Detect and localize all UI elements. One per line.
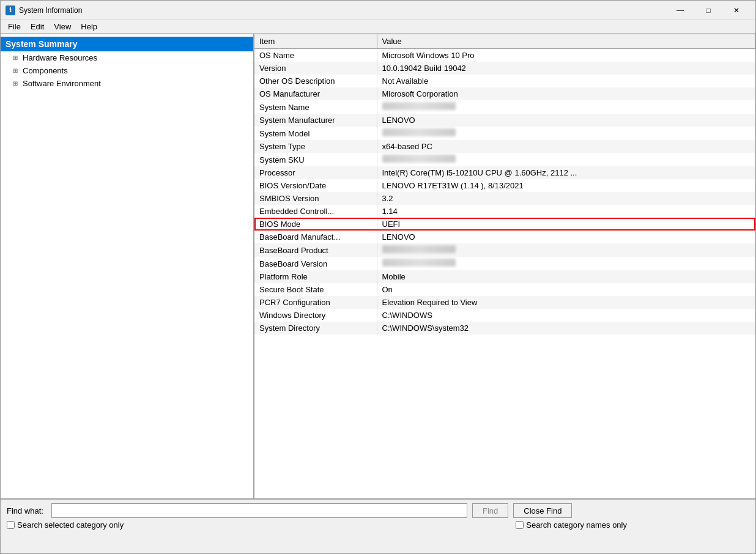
row-item-15: BaseBoard Product <box>254 243 377 257</box>
table-row-16: BaseBoard Version <box>254 257 755 270</box>
col-value: Value <box>377 34 755 49</box>
find-button[interactable]: Find <box>472 503 508 518</box>
row-item-18: Secure Boot State <box>254 283 377 296</box>
find-label: Find what: <box>7 506 46 515</box>
table-row-9: ProcessorIntel(R) Core(TM) i5-10210U CPU… <box>254 166 755 179</box>
row-value-7: x64-based PC <box>377 140 755 153</box>
table-row-5: System ManufacturerLENOVO <box>254 114 755 127</box>
table-row-21: System DirectoryC:\WINDOWS\system32 <box>254 322 755 334</box>
table-row-17: Platform RoleMobile <box>254 270 755 283</box>
row-value-12: 1.14 <box>377 205 755 218</box>
checkbox-category-names-label: Search category names only <box>526 520 627 530</box>
find-row-2: Search selected category only Search cat… <box>7 520 749 530</box>
row-item-13: BIOS Mode <box>254 218 377 231</box>
close-button[interactable]: ✕ <box>722 1 750 20</box>
row-value-16 <box>377 257 755 270</box>
row-value-10: LENOVO R17ET31W (1.14 ), 8/13/2021 <box>377 179 755 192</box>
close-find-button[interactable]: Close Find <box>513 503 572 518</box>
tree-item-0[interactable]: System Summary <box>1 37 253 51</box>
row-item-5: System Manufacturer <box>254 114 377 127</box>
table-row-11: SMBIOS Version3.2 <box>254 192 755 205</box>
table-row-1: Version10.0.19042 Build 19042 <box>254 62 755 75</box>
minimize-button[interactable]: — <box>666 1 694 20</box>
maximize-button[interactable]: □ <box>694 1 722 20</box>
checkbox-category-names[interactable]: Search category names only <box>516 520 627 530</box>
table-row-7: System Typex64-based PC <box>254 140 755 153</box>
row-item-21: System Directory <box>254 322 377 334</box>
table-row-4: System Name <box>254 100 755 114</box>
tree-item-label-1: Hardware Resources <box>23 53 97 62</box>
checkbox-selected-category-input[interactable] <box>7 521 15 529</box>
tree-item-2[interactable]: ⊞Components <box>1 64 253 77</box>
table-row-12: Embedded Controll...1.14 <box>254 205 755 218</box>
row-item-14: BaseBoard Manufact... <box>254 231 377 243</box>
row-item-17: Platform Role <box>254 270 377 283</box>
row-item-16: BaseBoard Version <box>254 257 377 270</box>
row-item-10: BIOS Version/Date <box>254 179 377 192</box>
title-bar: ℹ System Information — □ ✕ <box>1 1 755 20</box>
table-row-13: BIOS ModeUEFI <box>254 218 755 231</box>
title-bar-text: System Information <box>19 6 666 15</box>
table-row-2: Other OS DescriptionNot Available <box>254 75 755 87</box>
row-item-7: System Type <box>254 140 377 153</box>
find-bar: Find what: Find Close Find Search select… <box>1 498 755 535</box>
menu-bar: FileEditViewHelp <box>1 20 755 34</box>
table-row-6: System Model <box>254 127 755 140</box>
row-value-20: C:\WINDOWS <box>377 309 755 322</box>
row-item-2: Other OS Description <box>254 75 377 87</box>
table-row-19: PCR7 ConfigurationElevation Required to … <box>254 296 755 309</box>
row-value-13: UEFI <box>377 218 755 231</box>
row-item-8: System SKU <box>254 153 377 166</box>
row-value-18: On <box>377 283 755 296</box>
row-value-1: 10.0.19042 Build 19042 <box>377 62 755 75</box>
expand-icon-1: ⊞ <box>13 54 20 61</box>
row-value-2: Not Available <box>377 75 755 87</box>
row-item-4: System Name <box>254 100 377 114</box>
row-item-6: System Model <box>254 127 377 140</box>
tree-item-label-3: Software Environment <box>23 79 101 88</box>
row-item-3: OS Manufacturer <box>254 87 377 100</box>
checkbox-selected-category-label: Search selected category only <box>17 520 124 530</box>
row-item-11: SMBIOS Version <box>254 192 377 205</box>
col-item: Item <box>254 34 377 49</box>
table-row-14: BaseBoard Manufact...LENOVO <box>254 231 755 243</box>
menu-item-view[interactable]: View <box>49 21 76 32</box>
title-bar-controls: — □ ✕ <box>666 1 750 20</box>
row-item-9: Processor <box>254 166 377 179</box>
tree-item-label-0: System Summary <box>6 39 78 49</box>
main-content: System Summary⊞Hardware Resources⊞Compon… <box>1 34 755 498</box>
row-item-20: Windows Directory <box>254 309 377 322</box>
row-value-6 <box>377 127 755 140</box>
app-icon: ℹ <box>6 6 15 15</box>
row-value-19: Elevation Required to View <box>377 296 755 309</box>
table-row-10: BIOS Version/DateLENOVO R17ET31W (1.14 )… <box>254 179 755 192</box>
expand-icon-2: ⊞ <box>13 67 20 74</box>
row-value-4 <box>377 100 755 114</box>
table-row-8: System SKU <box>254 153 755 166</box>
tree-item-1[interactable]: ⊞Hardware Resources <box>1 51 253 64</box>
tree-item-3[interactable]: ⊞Software Environment <box>1 77 253 90</box>
row-value-14: LENOVO <box>377 231 755 243</box>
row-value-17: Mobile <box>377 270 755 283</box>
row-value-5: LENOVO <box>377 114 755 127</box>
find-row-1: Find what: Find Close Find <box>7 503 749 518</box>
menu-item-file[interactable]: File <box>3 21 26 32</box>
menu-item-edit[interactable]: Edit <box>26 21 49 32</box>
tree-panel: System Summary⊞Hardware Resources⊞Compon… <box>1 34 254 498</box>
checkbox-category-names-input[interactable] <box>516 521 524 529</box>
row-value-3: Microsoft Corporation <box>377 87 755 100</box>
info-table: Item Value OS NameMicrosoft Windows 10 P… <box>254 34 755 334</box>
row-value-11: 3.2 <box>377 192 755 205</box>
expand-icon-3: ⊞ <box>13 80 20 87</box>
menu-item-help[interactable]: Help <box>76 21 102 32</box>
table-row-18: Secure Boot StateOn <box>254 283 755 296</box>
table-row-20: Windows DirectoryC:\WINDOWS <box>254 309 755 322</box>
table-row-0: OS NameMicrosoft Windows 10 Pro <box>254 49 755 62</box>
row-value-21: C:\WINDOWS\system32 <box>377 322 755 334</box>
table-panel[interactable]: Item Value OS NameMicrosoft Windows 10 P… <box>254 34 755 498</box>
row-value-0: Microsoft Windows 10 Pro <box>377 49 755 62</box>
find-input[interactable] <box>51 503 467 518</box>
row-item-0: OS Name <box>254 49 377 62</box>
row-value-15 <box>377 243 755 257</box>
checkbox-selected-category[interactable]: Search selected category only <box>7 520 124 530</box>
